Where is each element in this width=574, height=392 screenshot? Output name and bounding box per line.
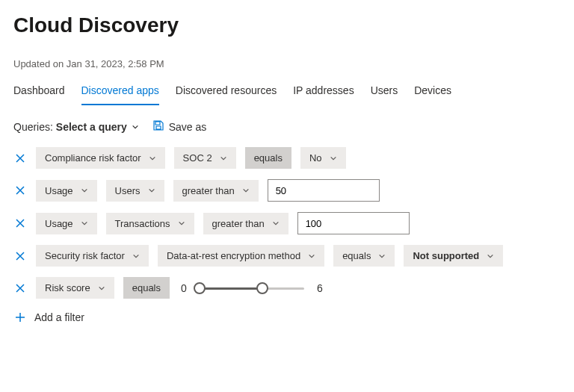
filter-operator-dropdown[interactable]: equals [245, 147, 291, 169]
filter-field-dropdown[interactable]: Security risk factor [36, 245, 149, 267]
filter-field-dropdown[interactable]: Compliance risk factor [36, 147, 165, 169]
tab-ip-addresses[interactable]: IP addresses [293, 80, 354, 105]
plus-icon [13, 311, 27, 324]
tab-discovered-resources[interactable]: Discovered resources [176, 80, 277, 105]
slider-thumb-min[interactable] [194, 282, 206, 294]
filter-field-label: Usage [45, 218, 73, 229]
filter-row: Security risk factorData-at-rest encrypt… [13, 245, 561, 267]
add-filter-label: Add a filter [34, 311, 84, 323]
filter-operator-dropdown[interactable]: greater than [173, 180, 259, 202]
filter-subfield-dropdown[interactable]: Data-at-rest encryption method [158, 245, 324, 267]
filter-operator-label: greater than [182, 185, 235, 196]
chevron-down-icon [378, 252, 386, 260]
chevron-down-icon [149, 155, 156, 162]
filter-field-label: Compliance risk factor [45, 152, 141, 164]
chevron-down-icon [308, 252, 315, 260]
filter-row: UsageUsersgreater than [13, 179, 561, 202]
filter-field-dropdown[interactable]: Usage [36, 213, 97, 234]
filter-subfield-dropdown[interactable]: SOC 2 [174, 147, 236, 169]
remove-filter-icon[interactable] [13, 217, 27, 230]
query-select-dropdown[interactable]: Select a query [56, 121, 139, 133]
chevron-down-icon [178, 220, 185, 227]
filter-row: UsageTransactionsgreater than [13, 212, 561, 234]
chevron-down-icon [272, 220, 280, 227]
filter-subfield-dropdown[interactable]: Users [106, 180, 164, 202]
filter-subfield-label: Data-at-rest encryption method [167, 250, 300, 261]
tab-users[interactable]: Users [371, 80, 398, 105]
chevron-down-icon [330, 155, 337, 162]
filter-value-label: No [309, 152, 322, 164]
chevron-down-icon [148, 187, 155, 194]
filter-row: Risk scoreequals06 [13, 277, 561, 299]
save-as-label: Save as [169, 121, 207, 133]
query-select-label: Select a query [56, 121, 127, 133]
updated-timestamp: Updated on Jan 31, 2023, 2:58 PM [13, 58, 561, 69]
chevron-down-icon [220, 155, 227, 162]
add-filter-button[interactable]: Add a filter [13, 311, 561, 324]
tabs: DashboardDiscovered appsDiscovered resou… [13, 80, 561, 106]
query-bar: Queries: Select a query Save as [13, 119, 561, 134]
filters-list: Compliance risk factorSOC 2equalsNoUsage… [13, 147, 561, 324]
slider-fill [200, 287, 262, 290]
slider-thumb-max[interactable] [256, 282, 268, 294]
filter-value-label: Not supported [413, 250, 479, 261]
save-as-button[interactable]: Save as [152, 119, 207, 134]
filter-field-label: Usage [45, 185, 73, 196]
filter-field-label: Risk score [45, 282, 90, 293]
range-slider[interactable]: 06 [179, 281, 325, 296]
filter-operator-label: equals [132, 282, 161, 293]
page-title: Cloud Discovery [13, 13, 561, 37]
chevron-down-icon [98, 284, 105, 292]
filter-subfield-label: Transactions [115, 218, 170, 229]
chevron-down-icon [132, 123, 139, 131]
slider-track-container[interactable] [200, 281, 304, 296]
filter-value-input[interactable] [297, 212, 410, 234]
remove-filter-icon[interactable] [13, 184, 27, 197]
queries-label: Queries: [13, 121, 53, 133]
filter-operator-dropdown[interactable]: equals [333, 245, 395, 267]
filter-subfield-label: Users [115, 185, 141, 196]
filter-field-dropdown[interactable]: Risk score [36, 277, 114, 299]
filter-operator-label: greater than [212, 218, 265, 229]
remove-filter-icon[interactable] [13, 152, 27, 165]
filter-field-label: Security risk factor [45, 250, 125, 261]
filter-row: Compliance risk factorSOC 2equalsNo [13, 147, 561, 169]
tab-discovered-apps[interactable]: Discovered apps [81, 80, 159, 105]
save-icon [152, 119, 164, 134]
filter-subfield-dropdown[interactable]: Transactions [106, 213, 194, 234]
filter-operator-label: equals [254, 152, 283, 164]
remove-filter-icon[interactable] [13, 281, 27, 295]
range-min-label: 0 [179, 282, 189, 294]
filter-operator-dropdown[interactable]: greater than [203, 213, 288, 234]
range-max-label: 6 [315, 282, 325, 294]
filter-operator-label: equals [342, 250, 371, 261]
filter-field-dropdown[interactable]: Usage [36, 180, 97, 202]
filter-subfield-label: SOC 2 [183, 152, 212, 164]
tab-devices[interactable]: Devices [414, 80, 451, 105]
chevron-down-icon [242, 187, 250, 194]
tab-dashboard[interactable]: Dashboard [13, 80, 65, 105]
filter-value-dropdown[interactable]: Not supported [404, 245, 503, 267]
chevron-down-icon [487, 252, 494, 260]
filter-value-input[interactable] [268, 179, 380, 202]
filter-value-dropdown[interactable]: No [300, 147, 346, 169]
filter-operator-dropdown[interactable]: equals [123, 277, 170, 299]
chevron-down-icon [81, 220, 88, 227]
chevron-down-icon [81, 187, 88, 194]
chevron-down-icon [132, 252, 140, 260]
remove-filter-icon[interactable] [13, 249, 27, 263]
